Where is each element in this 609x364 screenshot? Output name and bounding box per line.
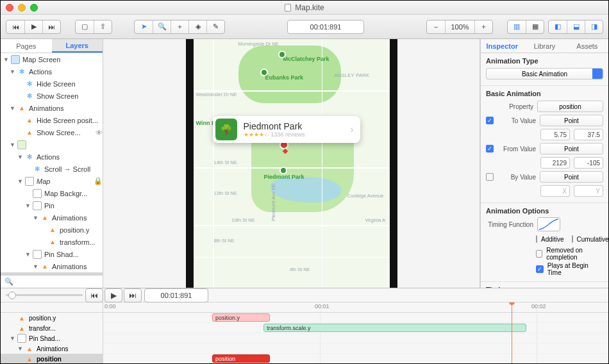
tab-assets[interactable]: Assets [566,39,608,53]
to-x[interactable]: 5.75 [540,129,570,140]
tl-tree-transform[interactable]: ▲transfor... [1,323,103,333]
zoom-out[interactable]: − [427,21,445,33]
additive-check[interactable] [536,235,537,243]
layers-tree: ▼Map Screen ▼✻Actions ✻Hide Screen ✻Show… [1,53,103,275]
from-type[interactable]: Point [540,143,603,154]
layer-scroll[interactable]: ✻Scroll → Scroll [1,163,103,175]
label-plays: Plays at Begin Time [547,262,603,276]
layer-animations-shad[interactable]: ▼▲Animations [1,260,103,272]
rewind-button[interactable]: ⏮ [6,21,24,33]
layer-actions-2[interactable]: ▼✻Actions [1,151,103,163]
layer-transform[interactable]: ▲transform... [1,236,103,248]
tl-tree-position[interactable]: ▲position [1,354,103,364]
toolbar: ⏮ ▶ ⏭ ▢ ⇧ ➤ 🔍 ＋ ◈ ✎ 00:01:891 − 100% ＋ ▥… [1,15,608,39]
to-y[interactable]: 37.5 [574,129,603,140]
zoom-in[interactable]: ＋ [474,21,492,33]
pen-tool[interactable]: ✎ [206,21,224,33]
by-value-check[interactable] [486,173,494,181]
plays-check[interactable]: ✓ [536,265,544,273]
preview-button[interactable]: ▢ [76,21,94,33]
layer-search[interactable]: 🔍 [1,275,103,288]
layer-map-screen[interactable]: ▼Map Screen [1,53,103,65]
animation-type-select[interactable]: Basic Animation [486,68,603,79]
map-callout[interactable]: 🌳 Piedmont Park ★★★★☆1336 reviews › [213,116,360,143]
from-x[interactable]: 2129 [540,157,570,169]
zoom-tool[interactable]: 🔍 [153,21,171,33]
layer-map[interactable]: ▼Map🔒 [1,175,103,187]
layer-show-screen-pos[interactable]: ▲Show Scree...👁 [1,126,103,138]
insp-timing-title: Timing [486,286,603,288]
label-timingfn: Timing Function [486,221,533,228]
cumulative-check[interactable] [572,235,573,243]
timeline-ruler[interactable]: 0:00 00:01 00:02 [103,302,608,313]
tl-play[interactable]: ▶ [104,288,122,302]
property-select[interactable]: position [537,101,603,112]
device-screen: McClatchey Park Eubanks Park ANSLEY PARK… [194,39,390,288]
layer-pin-shad[interactable]: ▼Pin Shad... [1,248,103,260]
to-type[interactable]: Point [540,115,603,126]
tl-tree-animations[interactable]: ▼▲Animations [1,343,103,354]
timeline-zoom-slider[interactable] [6,294,83,296]
tab-inspector[interactable]: Inspector [481,39,523,53]
panel-right[interactable]: ◨ [585,21,603,33]
maplabel-st4: 4th St NE [290,267,310,272]
canvas[interactable]: McClatchey Park Eubanks Park ANSLEY PARK… [103,39,480,288]
timing-function[interactable] [537,217,560,231]
add-tool[interactable]: ＋ [171,21,188,33]
layer-pin[interactable]: ▼Pin [1,199,103,211]
tab-pages[interactable]: Pages [1,39,52,53]
view-mode-2[interactable]: ▦ [526,21,544,33]
tl-time-display: 00:01:891 [144,288,208,302]
layer-hide-screen-pos[interactable]: ▲Hide Screen posit... [1,114,103,126]
layer-actions[interactable]: ▼✻Actions [1,65,103,78]
tl-rewind[interactable]: ⏮ [85,288,103,302]
view-mode-1[interactable]: ▥ [508,21,526,33]
share-button[interactable]: ⇧ [94,21,112,33]
layer-positiony[interactable]: ▲position.y [1,224,103,236]
panel-bottom[interactable]: ⬓ [567,21,585,33]
label-to: To Value [497,117,536,124]
tl-ff[interactable]: ⏭ [124,288,142,302]
play-button[interactable]: ▶ [24,21,42,33]
by-y[interactable]: Y [574,185,603,197]
titlebar: Map.kite [1,1,608,15]
layer-show-screen[interactable]: ✻Show Screen [1,90,103,102]
shape-tool[interactable]: ◈ [188,21,206,33]
label-from: From Value [497,145,536,153]
label-additive: Additive [541,236,564,243]
preview-controls: ▢ ⇧ [75,20,112,34]
maplabel-coolidge: Coolidge Avenue [347,193,384,199]
by-type[interactable]: Point [540,171,603,183]
layer-animations-pin[interactable]: ▼▲Animations [1,211,103,224]
select-tool[interactable]: ➤ [135,21,153,33]
layer-row[interactable]: ▼ [1,138,103,151]
playhead[interactable] [512,302,512,364]
by-x[interactable]: X [540,185,570,197]
layer-animations-1[interactable]: ▼▲Animations [1,102,103,114]
maplabel-mcclatchey: McClatchey Park [283,56,330,62]
removed-check[interactable] [536,250,542,258]
poi-mcclatchey [278,51,286,58]
panel-left[interactable]: ◧ [549,21,567,33]
insp-animtype-title: Animation Type [486,57,603,65]
from-y[interactable]: -105 [574,157,603,169]
layer-hide-screen[interactable]: ✻Hide Screen [1,78,103,90]
callout-chevron-icon[interactable]: › [351,124,358,135]
timeline-tracks[interactable]: 0:00 00:01 00:02 position.y transform.sc… [103,302,608,364]
fastfwd-button[interactable]: ⏭ [42,21,60,33]
tab-library[interactable]: Library [523,39,565,53]
callout-icon: 🌳 [215,119,237,140]
to-value-check[interactable]: ✓ [486,117,494,124]
from-value-check[interactable]: ✓ [486,145,494,153]
track-positiony[interactable]: position.y [212,313,270,322]
tl-tree-pinshad[interactable]: ▼Pin Shad... [1,333,103,343]
insp-options-title: Animation Options [486,207,603,215]
zoom-value[interactable]: 100% [445,21,474,33]
layer-map-bg[interactable]: Map Backgr... [1,187,103,199]
track-position[interactable]: position [212,354,270,363]
tool-picker: ➤ 🔍 ＋ ◈ ✎ [134,20,225,34]
track-transform[interactable]: transform.scale.y [263,324,526,332]
tl-tree-positiony[interactable]: ▲position.y [1,313,103,323]
tab-layers[interactable]: Layers [52,39,103,53]
callout-reviews: ★★★★☆1336 reviews [244,131,344,138]
